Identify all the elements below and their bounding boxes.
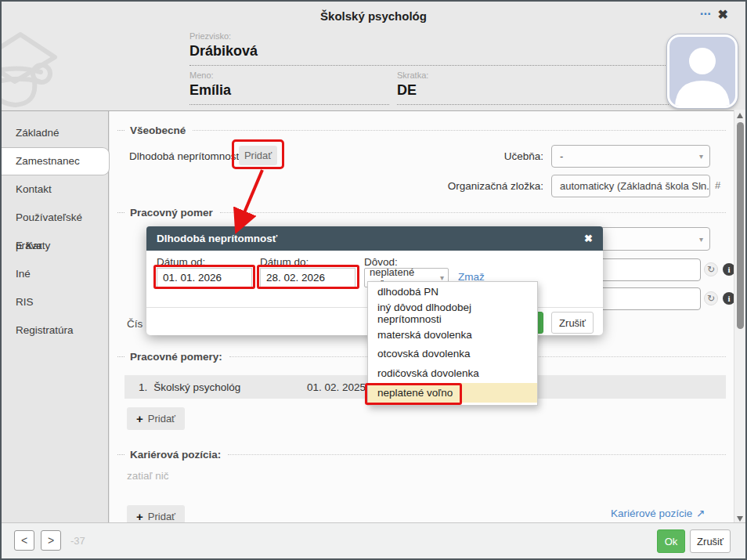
section-vseobecne: Všeobecné [117,124,726,136]
employment-row-name: Školský psychológ [153,381,240,393]
reason-option-materska[interactable]: materská dovolenka [368,325,537,345]
scroll-down-icon[interactable] [737,516,743,522]
sidebar-item-pouzivatelske-prava[interactable]: Používateľské práva [2,204,108,232]
avatar[interactable] [667,34,738,108]
org-unit-label: Organizačná zložka: [377,180,543,192]
firstname-field[interactable]: Meno: Emília [189,70,389,105]
employment-row-index: 1. [139,381,147,393]
dialog-header: Dlhodobá neprítomnosť ✖ [146,226,603,251]
career-empty-text: zatiaľ nič [127,470,168,482]
section-karierova-pozicia-title: Kariérová pozícia: [130,449,221,461]
date-from-label: Dátum od: [157,256,205,268]
sidebar-item-ris[interactable]: RIS [2,288,108,316]
reason-option-otcovska[interactable]: otcovská dovolenka [368,345,537,364]
more-options-icon[interactable]: ... [700,3,711,19]
org-unit-hash-button[interactable]: # [715,179,720,191]
plus-icon: + [136,412,143,425]
chevron-down-icon: ▾ [699,152,703,161]
vertical-scrollbar[interactable] [734,110,745,525]
reason-option-neplatene-volno[interactable]: neplatené voľno [368,383,537,403]
dialog-cancel-button[interactable]: Zrušiť [551,312,594,334]
chevron-down-icon: ▾ [699,182,703,190]
sidebar-item-zakladne[interactable]: Základné [2,119,108,147]
org-unit-select[interactable]: automaticky (Základná škola Sln... ▾ [551,175,710,197]
partial-hidden-label: Čís [127,318,143,330]
sidebar-item-e-karty[interactable]: E Karty [2,232,108,260]
add-career-label: Pridať [148,511,175,522]
chevron-down-icon: ▾ [699,235,703,244]
date-from-input[interactable]: 01. 01. 2026 [157,268,252,287]
date-to-label: Dátum do: [260,256,309,268]
record-counter: -37 [70,535,85,547]
surname-value: Drábiková [189,43,669,60]
section-pracovny-pomer: Pracovný pomer [117,206,726,219]
add-absence-button[interactable]: Pridať [239,146,277,165]
abbreviation-field[interactable]: Skratka: DE [397,70,669,105]
org-unit-value: automaticky (Základná škola Sln... [560,180,710,192]
surname-field[interactable]: Priezvisko: Drábiková [189,31,669,66]
window-close-icon[interactable]: ✖ [718,7,728,22]
classroom-label: Učebňa: [377,150,543,162]
sidebar-item-registratura[interactable]: Registratúra [2,316,108,345]
prev-record-button[interactable]: < [14,530,34,551]
cancel-button[interactable]: Zrušiť [690,529,731,553]
next-record-button[interactable]: > [41,530,61,551]
dialog-title: Dlhodobá neprítomnosť [157,233,584,244]
scrollbar-thumb[interactable] [737,122,744,329]
section-vseobecne-title: Všeobecné [130,125,186,136]
section-pracovny-pomer-title: Pracovný pomer [130,207,213,219]
sidebar-item-kontakt[interactable]: Kontakt [2,175,108,204]
window-title: Školský psychológ [2,9,745,23]
footer-bar: < > -37 Ok Zrušiť [2,522,745,558]
refresh-icon[interactable]: ↻ [704,262,718,276]
add-employment-label: Pridať [148,413,175,425]
external-link-icon: ↗ [696,507,705,519]
reason-option-iny-dovod[interactable]: iný dôvod dlhodobej neprítomnosti [368,302,537,325]
teacher-watermark-icon [2,23,111,111]
person-silhouette-icon [669,37,735,106]
firstname-label: Meno: [189,70,389,80]
section-pracovne-pomery-title: Pracovné pomery: [130,351,222,363]
abbreviation-label: Skratka: [397,70,669,80]
sidebar-item-ine[interactable]: Iné [2,260,108,288]
career-positions-link[interactable]: Kariérové pozície ↗ [611,507,706,519]
ok-button[interactable]: Ok [657,529,685,553]
employment-row-date: 01. 02. 2025 [307,381,366,393]
classroom-select[interactable]: - ▾ [551,145,710,168]
reason-option-rodicovska[interactable]: rodičovská dovolenka [368,363,537,383]
reason-option-dlhodoba-pn[interactable]: dlhodobá PN [368,282,537,302]
scroll-up-icon[interactable] [737,113,743,118]
long-absence-label: Dlhodobá neprítomnosť [129,150,240,162]
classroom-value: - [560,150,563,162]
abbreviation-value: DE [397,82,669,99]
surname-label: Priezvisko: [189,31,669,41]
career-positions-link-label: Kariérové pozície [611,508,692,519]
date-to-input[interactable]: 28. 02. 2026 [260,268,355,287]
dialog-close-icon[interactable]: ✖ [584,233,593,244]
section-karierova-pozicia: Kariérová pozícia: [117,448,726,461]
sidebar: Základné Zamestnanec Kontakt Používateľs… [2,111,109,525]
refresh-icon[interactable]: ↻ [704,291,718,305]
firstname-value: Emília [189,82,389,99]
employee-card-window: Školský psychológ ... ✖ Priezvisko: Dráb… [0,0,747,560]
add-employment-button[interactable]: + Pridať [127,407,185,430]
sidebar-item-zamestnanec[interactable]: Zamestnanec [2,147,110,175]
plus-icon: + [136,510,143,523]
reason-dropdown-list: dlhodobá PN iný dôvod dlhodobej neprítom… [367,281,538,406]
